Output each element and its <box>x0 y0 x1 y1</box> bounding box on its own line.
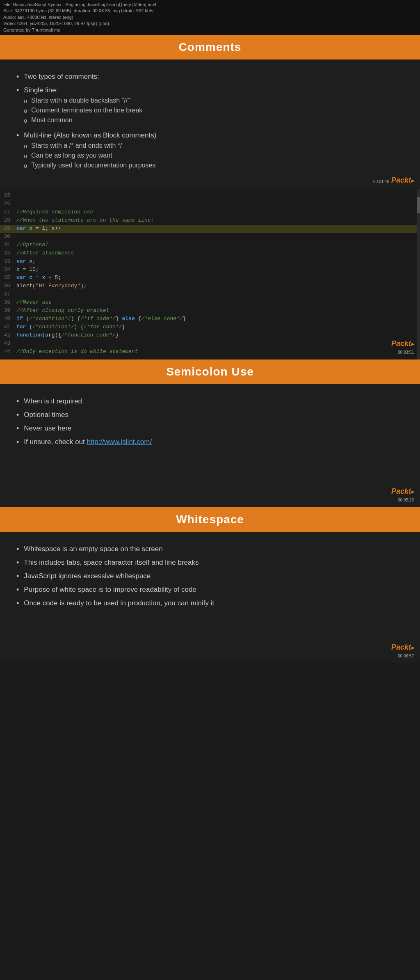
line-num-37: 37 <box>0 291 14 299</box>
multi-line-sub-1: Starts with a /* and ends with */ <box>24 142 156 149</box>
line-num-28: 28 <box>0 217 14 225</box>
code-line-44: 44 //Only exception is do while statemen… <box>0 348 420 356</box>
line-num-42: 42 <box>0 332 14 340</box>
whitespace-item-1-text: Whitespace is an empty space on the scre… <box>24 545 162 553</box>
code-line-31: 31 //Optional <box>0 241 420 250</box>
line-num-30: 30 <box>0 233 14 241</box>
line-num-33: 33 <box>0 258 14 266</box>
code-line-28: 28 //When two statements are on the same… <box>0 217 420 225</box>
semicolon-item-1-text: When is it required <box>24 397 82 405</box>
comments-section: Comments Two types of comments: Single l… <box>0 35 420 189</box>
line-content-36: alert("Hi Everybody"); <box>14 282 87 291</box>
line-content-27: //Required semicolon use <box>14 208 93 217</box>
semicolon-item-4-text: If unsure, check out http://www.jslint.c… <box>24 438 152 446</box>
file-info-line4: Video: h264, yuv420p, 1920x1080, 29.97 f… <box>3 21 417 27</box>
file-info-line1: File: Basic JavaScript Syntax - Beginnin… <box>3 2 417 8</box>
single-line-sub-2-text: Comment terminates on the line break <box>31 107 142 114</box>
single-line-sub-3-text: Most common <box>31 117 72 124</box>
code-line-29: 29 var x = 1; x++ <box>0 225 420 233</box>
code-line-43: 43 <box>0 340 420 348</box>
code-line-34: 34 x = 10; <box>0 266 420 274</box>
line-num-43: 43 <box>0 340 14 348</box>
code-line-41: 41 for (/*condition*/) {/*for code*/} <box>0 323 420 332</box>
semicolon-item-2-text: Optional times <box>24 411 68 419</box>
comments-item-1-text: Two types of comments: <box>24 73 99 81</box>
semicolon-item-3-text: Never use here <box>24 424 71 433</box>
semicolon-item-2: Optional times <box>16 411 404 419</box>
whitespace-item-1: Whitespace is an empty space on the scre… <box>16 545 404 554</box>
whitespace-item-5-text: Once code is ready to be used in product… <box>24 599 214 607</box>
scrollbar[interactable] <box>417 189 420 359</box>
line-num-40: 40 <box>0 315 14 323</box>
line-num-25: 25 <box>0 192 14 200</box>
whitespace-list: Whitespace is an empty space on the scre… <box>16 545 404 608</box>
line-content-34: x = 10; <box>14 266 39 274</box>
single-line-sublist: Starts with a double backslash "//" Comm… <box>24 97 142 124</box>
multi-line-sub-2: Can be as long as you want <box>24 152 156 159</box>
line-content-25 <box>14 192 16 200</box>
line-content-43 <box>14 340 16 348</box>
multi-line-sub-3-text: Typically used for documentation purpose… <box>31 162 155 169</box>
code-line-37: 37 <box>0 291 420 299</box>
single-line-sub-1: Starts with a double backslash "//" <box>24 97 142 104</box>
comments-item-2-text: Single line: <box>24 86 58 94</box>
whitespace-item-2: This includes tabs, space character itse… <box>16 559 404 567</box>
line-content-35: var c = x + 5; <box>14 274 61 282</box>
multi-line-sub-2-text: Can be as long as you want <box>31 152 112 159</box>
line-num-32: 32 <box>0 250 14 258</box>
whitespace-item-4-text: Purpose of white space is to improve rea… <box>24 586 196 594</box>
file-info-header: File: Basic JavaScript Syntax - Beginnin… <box>0 0 420 35</box>
whitespace-content: Whitespace is an empty space on the scre… <box>0 532 420 663</box>
line-content-29: var x = 1; x++ <box>14 225 61 233</box>
line-num-41: 41 <box>0 323 14 332</box>
semicolon-content: When is it required Optional times Never… <box>0 384 420 507</box>
line-num-36: 36 <box>0 282 14 291</box>
whitespace-header: Whitespace <box>0 507 420 532</box>
code-block-1: 25 26 27 //Required semicolon use 28 //W… <box>0 189 420 359</box>
semicolon-item-4: If unsure, check out http://www.jslint.c… <box>16 438 404 446</box>
whitespace-item-3-text: JavaScript ignores excessive whitespace <box>24 572 151 580</box>
line-content-26 <box>14 200 16 208</box>
line-num-39: 39 <box>0 307 14 315</box>
code-line-38: 38 //Never use <box>0 299 420 307</box>
packt-logo-1: Packt▸ <box>391 176 414 185</box>
line-num-34: 34 <box>0 266 14 274</box>
multi-line-sublist: Starts with a /* and ends with */ Can be… <box>24 142 156 169</box>
whitespace-section: Whitespace Whitespace is an empty space … <box>0 507 420 663</box>
semicolon-item-1: When is it required <box>16 397 404 406</box>
single-line-sub-3: Most common <box>24 117 142 124</box>
line-num-29: 29 <box>0 225 14 233</box>
code-line-30: 30 <box>0 233 420 241</box>
timestamp-1: 00:01:48 <box>373 179 389 184</box>
comments-item-3-wrapper: Multi-line (Also known as Block comments… <box>24 131 156 172</box>
line-content-28: //When two statements are on the same li… <box>14 217 154 225</box>
scrollbar-thumb[interactable] <box>417 197 420 213</box>
code-line-33: 33 var x; <box>0 258 420 266</box>
comments-header: Comments <box>0 35 420 60</box>
comments-list: Two types of comments: Single line: Star… <box>16 73 404 172</box>
code-line-35: 35 var c = x + 5; <box>0 274 420 282</box>
line-num-26: 26 <box>0 200 14 208</box>
multi-line-sub-3: Typically used for documentation purpose… <box>24 162 156 169</box>
packt-logo-3: Packt▸ <box>391 643 414 652</box>
code-line-26: 26 <box>0 200 420 208</box>
line-num-35: 35 <box>0 274 14 282</box>
single-line-sub-1-text: Starts with a double backslash "//" <box>31 97 130 104</box>
code-line-42: 42 function(arg){/*function code*/} <box>0 332 420 340</box>
comments-item-2: Single line: Starts with a double backsl… <box>16 86 404 126</box>
line-content-30 <box>14 233 16 241</box>
comments-item-3-text: Multi-line (Also known as Block comments… <box>24 131 156 139</box>
line-num-31: 31 <box>0 241 14 250</box>
line-content-40: if (/*condition*/) {/*if code*/} else {/… <box>14 315 186 323</box>
jslint-link[interactable]: http://www.jslint.com/ <box>87 438 152 446</box>
whitespace-item-4: Purpose of white space is to improve rea… <box>16 586 404 594</box>
comments-content: Two types of comments: Single line: Star… <box>0 60 420 189</box>
packt-logo-2: Packt▸ <box>391 487 414 496</box>
line-num-38: 38 <box>0 299 14 307</box>
code-line-25: 25 <box>0 192 420 200</box>
comments-item-1: Two types of comments: <box>16 73 404 81</box>
timestamp-3: 00:06:57 <box>398 654 414 658</box>
line-content-38: //Never use <box>14 299 52 307</box>
code-line-40: 40 if (/*condition*/) {/*if code*/} else… <box>0 315 420 323</box>
semicolon-item-3: Never use here <box>16 424 404 433</box>
